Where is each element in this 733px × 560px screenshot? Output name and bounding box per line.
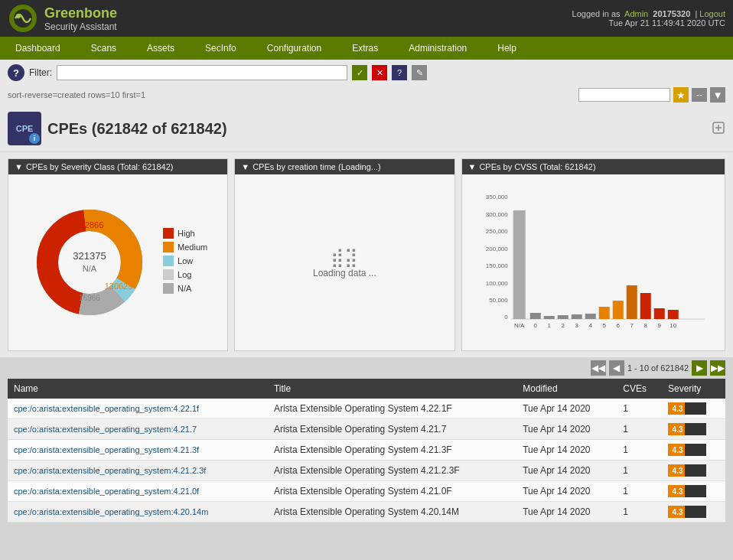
legend-high: High [163, 228, 207, 239]
cell-modified: Tue Apr 14 2020 [516, 461, 617, 481]
legend-low: Low [163, 256, 207, 266]
donut-chart-svg: 321375 N/A 152866 130629 16966 [28, 201, 151, 324]
cell-modified: Tue Apr 14 2020 [516, 419, 617, 440]
svg-point-2 [16, 14, 21, 18]
tag-input[interactable] [578, 88, 670, 102]
table-row: cpe:/o:arista:extensible_operating_syste… [8, 481, 725, 502]
filter-apply-button[interactable]: ✓ [352, 65, 367, 80]
pagination-bar: ◀◀ ◀ 1 - 10 of 621842 ▶ ▶▶ [8, 360, 725, 376]
nav-administration[interactable]: Administration [393, 37, 482, 60]
header: Greenbone Security Assistant Logged in a… [0, 0, 733, 37]
cell-title: Arista Extensible Operating System 4.21.… [268, 481, 516, 502]
severity-bar-container: 4.3 [668, 485, 719, 497]
logo-text: Greenbone Security Assistant [44, 5, 117, 32]
cpe-link[interactable]: cpe:/o:arista:extensible_operating_syste… [14, 404, 199, 413]
cvss-body: 350,000 300,000 250,000 200,000 150,000 … [462, 174, 725, 350]
cell-modified: Tue Apr 14 2020 [516, 399, 617, 419]
nav-configuration[interactable]: Configuration [252, 37, 337, 60]
filter-edit-button[interactable]: ✎ [412, 65, 427, 80]
nav-secinfo[interactable]: SecInfo [190, 37, 252, 60]
donut-container: 321375 N/A 152866 130629 16966 High Medi… [28, 201, 207, 324]
table-row: cpe:/o:arista:extensible_operating_syste… [8, 419, 725, 440]
filter-help-button[interactable]: ? [392, 65, 407, 80]
bar-7 [626, 285, 637, 319]
cpe-info-badge: i [29, 133, 40, 144]
filter-row2: sort-reverse=created rows=10 first=1 ★ -… [0, 86, 733, 106]
bar-1 [543, 316, 554, 319]
cell-modified: Tue Apr 14 2020 [516, 502, 617, 523]
star-button[interactable]: ★ [673, 87, 689, 103]
cvss-svg: 350,000 300,000 250,000 200,000 150,000 … [465, 187, 722, 340]
cpe-link[interactable]: cpe:/o:arista:extensible_operating_syste… [14, 466, 206, 475]
cpe-link[interactable]: cpe:/o:arista:extensible_operating_syste… [14, 445, 199, 454]
next-page-button[interactable]: ▶ [692, 360, 707, 376]
svg-text:1: 1 [547, 322, 551, 329]
last-page-button[interactable]: ▶▶ [710, 360, 725, 376]
severity-value: 4.3 [673, 487, 683, 496]
nav-scans[interactable]: Scans [76, 37, 132, 60]
svg-text:3: 3 [575, 322, 578, 329]
nav-help[interactable]: Help [482, 37, 532, 60]
cell-severity: 4.3 [662, 461, 725, 481]
svg-text:50,000: 50,000 [489, 297, 508, 304]
cell-name: cpe:/o:arista:extensible_operating_syste… [8, 481, 268, 502]
table-row: cpe:/o:arista:extensible_operating_syste… [8, 502, 725, 523]
prev-page-button[interactable]: ◀ [609, 360, 624, 376]
severity-class-arrow[interactable]: ▼ [15, 162, 23, 171]
bar-na [513, 210, 525, 319]
first-page-button[interactable]: ◀◀ [591, 360, 606, 376]
pagination-text: 1 - 10 of 621842 [627, 363, 689, 373]
svg-text:10: 10 [669, 322, 676, 329]
username-link[interactable]: Admin [624, 9, 648, 18]
cvss-chart: ▼ CPEs by CVSS (Total: 621842) 350,000 3… [461, 158, 726, 351]
severity-fill: 4.3 [668, 464, 685, 477]
cell-cves: 1 [617, 419, 662, 440]
dropdown-button[interactable]: ▼ [710, 87, 725, 103]
svg-text:200,000: 200,000 [485, 246, 507, 252]
bar-8 [640, 293, 650, 319]
logo-area: Greenbone Security Assistant [8, 3, 117, 34]
header-right: Logged in as Admin 20175320 | Logout Tue… [572, 9, 725, 28]
severity-value: 4.3 [673, 467, 683, 475]
logout-link[interactable]: Logout [699, 9, 725, 18]
table-row: cpe:/o:arista:extensible_operating_syste… [8, 399, 725, 419]
severity-class-chart: ▼ CPEs by Severity Class (Total: 621842) [8, 158, 228, 351]
dash-button[interactable]: -- [692, 88, 707, 102]
severity-bg: 4.3 [668, 506, 706, 518]
legend-high-label: High [178, 229, 195, 238]
creation-time-arrow[interactable]: ▼ [241, 162, 249, 171]
filter-input[interactable] [57, 65, 347, 80]
table-header-row: Name Title Modified CVEs Severity [8, 379, 725, 399]
nav-assets[interactable]: Assets [132, 37, 190, 60]
nav-extras[interactable]: Extras [337, 37, 393, 60]
nav-dashboard[interactable]: Dashboard [0, 37, 76, 60]
cpe-link[interactable]: cpe:/o:arista:extensible_operating_syste… [14, 425, 197, 434]
col-severity: Severity [662, 379, 725, 399]
filter-clear-button[interactable]: ✕ [372, 65, 387, 80]
cvss-arrow[interactable]: ▼ [468, 162, 477, 171]
logged-in-label: Logged in as [572, 9, 621, 18]
svg-text:N/A: N/A [83, 264, 97, 273]
legend-low-label: Low [178, 256, 193, 265]
page-title: CPEs (621842 of 621842) [47, 120, 227, 138]
cpe-icon-text: CPE [16, 124, 34, 133]
col-cves: CVEs [617, 379, 662, 399]
svg-text:8: 8 [643, 322, 647, 329]
legend-high-color [163, 228, 174, 239]
legend-medium-label: Medium [178, 243, 207, 252]
svg-text:130629: 130629 [105, 282, 133, 291]
svg-text:350,000: 350,000 [485, 194, 507, 200]
severity-fill: 4.3 [668, 444, 685, 456]
page-edit-icon[interactable] [712, 121, 725, 137]
cpe-link[interactable]: cpe:/o:arista:extensible_operating_syste… [14, 507, 208, 516]
svg-text:4: 4 [588, 322, 592, 329]
cvss-header: ▼ CPEs by CVSS (Total: 621842) [462, 159, 725, 174]
cell-cves: 1 [617, 440, 662, 461]
severity-bg: 4.3 [668, 402, 706, 415]
table-area: ◀◀ ◀ 1 - 10 of 621842 ▶ ▶▶ Name Title Mo… [0, 357, 733, 530]
cell-title: Arista Extensible Operating System 4.20.… [268, 502, 516, 523]
cpe-link[interactable]: cpe:/o:arista:extensible_operating_syste… [14, 487, 199, 496]
filter-label: Filter: [29, 67, 52, 78]
bar-6 [612, 301, 623, 319]
help-icon[interactable]: ? [8, 64, 24, 81]
